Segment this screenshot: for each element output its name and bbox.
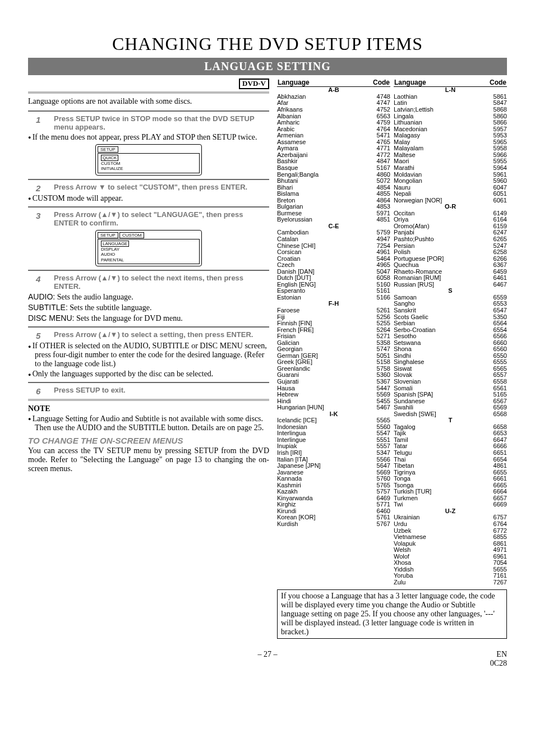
lang-name: Catalan: [277, 236, 372, 243]
lang-code: 5767: [372, 521, 390, 528]
step-number: 3: [28, 211, 54, 228]
lang-code: 6265: [489, 236, 507, 243]
change-heading: TO CHANGE THE ON-SCREEN MENUS: [28, 436, 269, 445]
lang-row: Ukrainian6757: [394, 514, 507, 521]
table-head-code: Code: [350, 79, 390, 87]
lang-row: Corsican4961: [277, 249, 390, 256]
right-column: Language Code A-BAbkhazian4748Afar4747Af…: [277, 79, 507, 639]
lang-row: Tagalog6658: [394, 424, 507, 431]
osd-item-highlight: LANGUAGE: [101, 241, 129, 247]
lang-row: Latvian;Lettish5868: [394, 107, 507, 113]
lang-code: 5866: [489, 119, 507, 126]
note-bullet: Language Setting for Audio and Subtitle …: [28, 414, 269, 432]
lang-name: Pashto;Pushto: [394, 236, 489, 243]
step-text: Press Arrow (▲/▼) to select "LANGUAGE", …: [54, 211, 269, 228]
lang-name: Lithuanian: [394, 119, 489, 126]
bullet-text: Only the languages supported by the disc…: [28, 370, 269, 379]
lang-code: 6855: [489, 534, 507, 541]
lang-code: 5569: [372, 391, 390, 398]
lang-name: Abkhazian: [277, 94, 372, 100]
section-title: LANGUAGE SETTING: [28, 58, 507, 75]
lang-row: Abkhazian4748: [277, 94, 390, 100]
lang-row: Volapuk6861: [394, 541, 507, 547]
osd-item: AUDIO: [100, 252, 197, 257]
step-number: 1: [28, 115, 54, 132]
lang-row: Polish6258: [394, 249, 507, 256]
lang-name: Swahili: [394, 404, 489, 411]
lang-name: Slovenian: [394, 379, 489, 385]
bullet-text: CUSTOM mode will appear.: [28, 194, 269, 203]
lang-name: Marathi: [394, 165, 489, 172]
divider: [28, 206, 269, 208]
lang-row: Tigrinya6655: [394, 469, 507, 476]
lang-code: 5347: [372, 450, 390, 457]
lang-row: Gujarati5367: [277, 379, 390, 385]
lang-code: 4861: [489, 463, 507, 469]
page-title: CHANGING THE DVD SETUP ITEMS: [28, 34, 507, 54]
lang-row: Sesotho6566: [394, 333, 507, 340]
lang-name: Spanish [SPA]: [394, 391, 489, 398]
divider: [28, 382, 269, 383]
lang-name: Tamil: [394, 437, 489, 444]
lang-name: Basque: [277, 165, 372, 172]
lang-row: Hungarian [HUN]5467: [277, 404, 390, 411]
lang-row: Malagasy5953: [394, 132, 507, 139]
lang-row: Vietnamese6855: [394, 534, 507, 541]
lang-row: Tajik6653: [394, 430, 507, 437]
lang-row: Afrikaans4752: [277, 107, 390, 113]
step-number: 4: [28, 274, 54, 291]
lang-name: Byelorussian: [277, 216, 372, 223]
lang-name: Telugu: [394, 450, 489, 457]
lang-code: 6061: [489, 197, 507, 204]
lang-name: Gujarati: [277, 379, 372, 385]
step-2: 2 Press Arrow ▼ to select "CUSTOM", then…: [28, 183, 269, 193]
definition-subtitle: SUBTITLE: Sets the subtitle language.: [28, 303, 269, 312]
lang-row: Tamil6647: [394, 437, 507, 444]
lang-code: 4961: [372, 249, 390, 256]
lang-row: Faroese5261: [277, 307, 390, 314]
lang-name: Polish: [394, 249, 489, 256]
def-label: AUDIO:: [28, 292, 55, 301]
lang-code: 6367: [489, 262, 507, 269]
lang-name: Sanskrit: [394, 307, 489, 314]
step-number: 6: [28, 386, 54, 396]
lang-name: Afrikaans: [277, 107, 372, 113]
note-heading: NOTE: [28, 404, 269, 413]
lang-code: 6558: [489, 379, 507, 385]
lang-code: 5367: [372, 379, 390, 385]
lang-row: Telugu6651: [394, 450, 507, 457]
lang-code: 5072: [372, 178, 390, 185]
lang-code: 6258: [489, 249, 507, 256]
lang-code: 5167: [372, 165, 390, 172]
divider: [28, 326, 269, 328]
definition-audio: AUDIO: Sets the audio language.: [28, 292, 269, 302]
bullet-text: If OTHER is selected on the AUDIO, SUBTI…: [28, 342, 269, 368]
lang-name: Japanese [JPN]: [277, 463, 372, 469]
lang-code: 5255: [372, 320, 390, 327]
lang-code: 5165: [489, 391, 507, 398]
step-number: 2: [28, 183, 54, 193]
lang-name: Tagalog: [394, 424, 489, 431]
lang-row: Tibetan4861: [394, 463, 507, 469]
lang-name: Quechua: [394, 262, 489, 269]
lang-code: 4947: [372, 236, 390, 243]
lang-code: 4965: [372, 262, 390, 269]
lang-row: Marathi5964: [394, 165, 507, 172]
lang-name: Bhutani: [277, 178, 372, 185]
lang-code: 4759: [372, 119, 390, 126]
lang-name: Finnish [FIN]: [277, 320, 372, 327]
lang-row: Sanskrit6547: [394, 307, 507, 314]
lang-row: Quechua6367: [394, 262, 507, 269]
def-text: Sets the subtitle language.: [70, 303, 151, 312]
lang-name: Turkmen: [394, 495, 489, 502]
lang-row: Pashto;Pushto6265: [394, 236, 507, 243]
lang-code: 7267: [489, 579, 507, 586]
lang-name: Ukrainian: [394, 514, 489, 521]
lang-row: Laothian5861: [394, 94, 507, 100]
lang-row: Hebrew5569: [277, 391, 390, 398]
osd-item: PARENTAL: [100, 257, 197, 262]
lang-row: Yoruba7161: [394, 573, 507, 579]
lang-row: Frisian5271: [277, 333, 390, 340]
note-box: If you choose a Language that has a 3 le…: [277, 589, 507, 639]
lang-row: Lithuanian5866: [394, 119, 507, 126]
